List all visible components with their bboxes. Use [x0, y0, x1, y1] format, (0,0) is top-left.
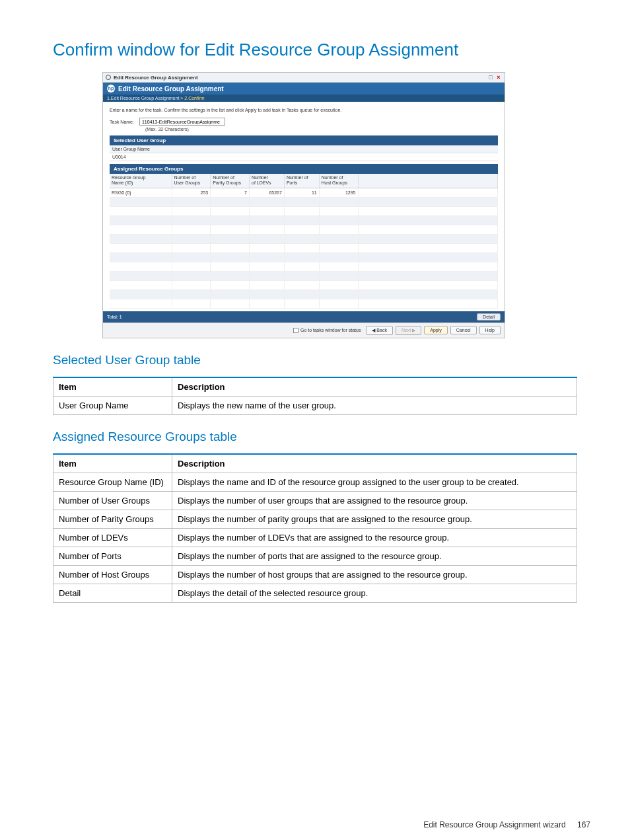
col-description: Description — [172, 377, 577, 397]
section-selected-user-group: Selected User Group table — [53, 353, 577, 367]
assigned-resource-groups-doc-table: Item Description Resource Group Name (ID… — [53, 453, 577, 603]
cell-user-group-name: U0014 — [110, 153, 498, 161]
next-button: Next ▶ — [396, 326, 421, 335]
hp-logo-icon: hp — [107, 85, 115, 93]
pin-icon[interactable] — [106, 75, 111, 80]
selected-user-group-doc-table: Item Description User Group Name Display… — [53, 377, 577, 415]
col-user-group-name: User Group Name — [110, 145, 498, 153]
assigned-resource-groups-header: Assigned Resource Groups — [110, 164, 498, 174]
col-user-groups: Number ofUser Groups — [172, 174, 211, 188]
window-close-icon[interactable]: × — [495, 74, 502, 81]
table-row[interactable]: RSG0 (0) 253 7 65267 11 1295 — [110, 188, 498, 197]
help-button[interactable]: Help — [479, 326, 501, 334]
confirm-window: Edit Resource Group Assignment □ × hp Ed… — [102, 72, 505, 338]
table-row: Number of Host GroupsDisplays the number… — [53, 565, 577, 584]
table-row: User Group Name Displays the new name of… — [53, 396, 577, 414]
table-footer: Total: 1 Detail — [103, 311, 505, 323]
task-name-label: Task Name: — [110, 120, 134, 124]
col-item: Item — [53, 377, 172, 397]
window-maximize-icon[interactable]: □ — [487, 74, 494, 81]
col-ldevs: Numberof LDEVs — [250, 174, 285, 188]
footer-label: Edit Resource Group Assignment wizard — [423, 820, 565, 829]
goto-tasks-checkbox[interactable]: Go to tasks window for status — [293, 328, 361, 333]
window-titlebar: Edit Resource Group Assignment □ × — [103, 73, 505, 83]
selected-user-group-table: User Group Name U0014 — [110, 145, 498, 161]
checkbox-icon[interactable] — [293, 328, 298, 333]
selected-user-group-header: Selected User Group — [110, 135, 498, 145]
table-row: DetailDisplays the detail of the selecte… — [53, 584, 577, 602]
col-parity-groups: Number ofParity Groups — [211, 174, 250, 188]
table-row: Resource Group Name (ID)Displays the nam… — [53, 473, 577, 491]
col-description: Description — [172, 454, 577, 473]
dialog-footer: Go to tasks window for status ◀ Back Nex… — [103, 323, 505, 338]
table-row: Number of LDEVsDisplays the number of LD… — [53, 528, 577, 547]
back-button[interactable]: ◀ Back — [366, 326, 393, 335]
instruction-text: Enter a name for the task. Confirm the s… — [110, 108, 498, 112]
assigned-resource-groups-table: Resource GroupName (ID) Number ofUser Gr… — [110, 174, 498, 309]
page-footer: Edit Resource Group Assignment wizard 16… — [423, 820, 590, 829]
dialog-header: hp Edit Resource Group Assignment — [103, 83, 505, 95]
breadcrumb: 1.Edit Resource Group Assignment > 2.Con… — [103, 95, 505, 102]
section-assigned-resource-groups: Assigned Resource Groups table — [53, 430, 577, 444]
apply-button[interactable]: Apply — [424, 326, 448, 334]
table-row: Number of PortsDisplays the number of po… — [53, 547, 577, 565]
table-row: Number of User GroupsDisplays the number… — [53, 491, 577, 510]
col-spacer — [358, 174, 498, 188]
table-row: Number of Parity GroupsDisplays the numb… — [53, 510, 577, 528]
window-title: Edit Resource Group Assignment — [114, 75, 198, 81]
breadcrumb-step1: 1.Edit Resource Group Assignment > — [107, 96, 183, 100]
col-item: Item — [53, 454, 172, 473]
cancel-button[interactable]: Cancel — [450, 326, 477, 334]
task-name-hint: (Max. 32 Characters) — [145, 127, 498, 132]
breadcrumb-step2: 2.Confirm — [184, 96, 204, 100]
page-title: Confirm window for Edit Resource Group A… — [53, 40, 577, 60]
total-count: Total: 1 — [107, 315, 122, 319]
page-number: 167 — [577, 820, 590, 829]
col-rg-name: Resource GroupName (ID) — [110, 174, 172, 188]
task-name-input[interactable] — [139, 118, 225, 126]
col-host-groups: Number ofHost Groups — [319, 174, 358, 188]
dialog-title: Edit Resource Group Assignment — [118, 85, 224, 93]
col-ports: Number ofPorts — [284, 174, 319, 188]
detail-button[interactable]: Detail — [477, 313, 501, 321]
